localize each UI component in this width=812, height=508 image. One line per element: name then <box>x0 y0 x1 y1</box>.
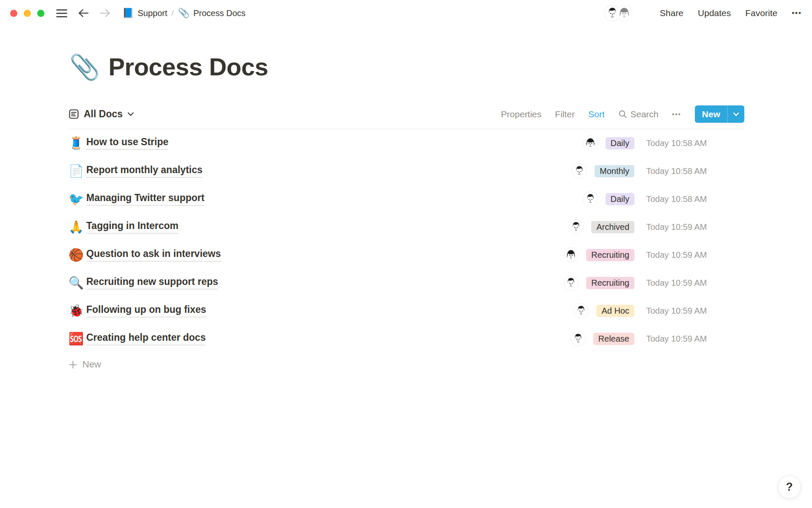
page-header: 📎 Process Docs <box>69 52 744 81</box>
doc-title[interactable]: Following up on bug fixes <box>86 304 206 318</box>
properties-button[interactable]: Properties <box>501 109 542 119</box>
edited-time: Today 10:59 AM <box>646 278 744 288</box>
edited-time: Today 10:58 AM <box>646 138 744 148</box>
avatar <box>573 303 589 318</box>
updates-button[interactable]: Updates <box>698 8 731 18</box>
row-meta: Daily Today 10:58 AM <box>583 135 744 151</box>
minimize-window-button[interactable] <box>24 10 31 17</box>
more-options-icon[interactable]: ••• <box>792 9 802 17</box>
table-row[interactable]: 🆘 Creating help center docs Release Toda… <box>69 325 744 353</box>
doc-emoji-icon: 🆘 <box>69 333 86 345</box>
table-row[interactable]: 📄 Report monthly analytics Monthly Today… <box>69 157 744 185</box>
breadcrumb-label: Support <box>137 8 167 18</box>
table-row[interactable]: 🧵 How to use Stripe Daily Today 10:58 AM <box>69 129 744 157</box>
doc-emoji-icon: 🔍 <box>69 277 86 289</box>
view-switcher[interactable]: All Docs <box>69 108 134 120</box>
tag-badge: Recruiting <box>586 277 634 289</box>
add-new-row-label: New <box>82 359 101 370</box>
collaborator-avatars[interactable] <box>604 5 633 22</box>
search-label: Search <box>631 109 659 119</box>
view-more-options-icon[interactable]: ••• <box>672 110 681 118</box>
edited-time: Today 10:59 AM <box>646 306 744 316</box>
book-icon: 📘 <box>122 8 134 18</box>
avatar <box>571 331 586 346</box>
tag-badge: Release <box>593 333 634 345</box>
table-row[interactable]: 🙏 Tagging in Intercom Archived Today 10:… <box>69 213 744 241</box>
tag-badge: Daily <box>606 193 634 205</box>
avatar <box>563 275 579 290</box>
filter-button[interactable]: Filter <box>555 109 575 119</box>
table-view-icon <box>69 109 79 119</box>
new-doc-button[interactable]: New <box>695 105 744 123</box>
edited-time: Today 10:58 AM <box>646 194 744 204</box>
row-meta: Recruiting Today 10:59 AM <box>563 247 744 262</box>
breadcrumb-label: Process Docs <box>193 8 245 18</box>
close-window-button[interactable] <box>10 10 17 17</box>
new-doc-label[interactable]: New <box>695 105 727 123</box>
toolbar-actions: Properties Filter Sort Search ••• New <box>501 105 744 123</box>
doc-title[interactable]: Managing Twitter support <box>86 192 204 206</box>
tag-badge: Daily <box>606 137 634 149</box>
search-icon <box>618 110 627 119</box>
table-row[interactable]: 🏀 Question to ask in interviews Recruiti… <box>69 241 744 269</box>
docs-table: 🧵 How to use Stripe Daily Today 10:58 AM… <box>69 129 744 353</box>
tag-badge: Monthly <box>595 165 634 177</box>
doc-emoji-icon: 🧵 <box>69 137 86 149</box>
zoom-window-button[interactable] <box>37 10 44 17</box>
edited-time: Today 10:59 AM <box>646 222 744 232</box>
tag-badge: Ad Hoc <box>596 305 634 317</box>
avatar <box>583 135 598 151</box>
row-meta: Archived Today 10:59 AM <box>568 219 744 235</box>
sort-button[interactable]: Sort <box>588 109 605 119</box>
doc-emoji-icon: 📄 <box>69 165 86 177</box>
doc-title[interactable]: Question to ask in interviews <box>86 248 221 262</box>
help-button[interactable]: ? <box>778 475 801 499</box>
edited-time: Today 10:58 AM <box>646 166 744 176</box>
avatar <box>572 163 587 179</box>
page-title[interactable]: Process Docs <box>108 52 268 81</box>
row-meta: Daily Today 10:58 AM <box>583 191 744 207</box>
doc-emoji-icon: 🙏 <box>69 221 86 233</box>
table-row[interactable]: 🔍 Recruiting new support reps Recruiting… <box>69 269 744 297</box>
plus-icon <box>69 360 77 369</box>
edited-time: Today 10:59 AM <box>646 250 744 260</box>
forward-arrow-icon[interactable] <box>99 8 111 18</box>
database-toolbar: All Docs Properties Filter Sort Search •… <box>69 105 744 129</box>
doc-title[interactable]: Tagging in Intercom <box>86 220 178 234</box>
doc-title[interactable]: Creating help center docs <box>86 332 206 345</box>
chevron-down-icon <box>127 112 134 116</box>
page-paperclip-icon[interactable]: 📎 <box>69 55 100 79</box>
table-row[interactable]: 🐞 Following up on bug fixes Ad Hoc Today… <box>69 297 744 325</box>
titlebar: 📘 Support / 📎 Process Docs <box>0 0 812 26</box>
edited-time: Today 10:59 AM <box>646 334 744 344</box>
breadcrumb-separator: / <box>172 8 174 18</box>
doc-title[interactable]: How to use Stripe <box>86 136 168 150</box>
breadcrumb: 📘 Support / 📎 Process Docs <box>122 8 246 18</box>
avatar <box>583 191 598 207</box>
doc-title[interactable]: Report monthly analytics <box>86 164 203 178</box>
sidebar-toggle-menu-icon[interactable] <box>56 9 67 17</box>
window-controls <box>10 10 44 17</box>
doc-emoji-icon: 🏀 <box>69 249 86 261</box>
add-new-row-button[interactable]: New <box>69 353 744 375</box>
view-name: All Docs <box>84 108 123 120</box>
new-doc-dropdown-icon[interactable] <box>728 105 744 123</box>
row-meta: Ad Hoc Today 10:59 AM <box>573 303 744 318</box>
breadcrumb-item-process-docs[interactable]: 📎 Process Docs <box>178 8 246 18</box>
page-content: 📎 Process Docs All Docs Properties Filte… <box>68 52 744 375</box>
avatar <box>563 247 579 262</box>
paperclip-icon: 📎 <box>178 8 189 18</box>
tag-badge: Recruiting <box>586 249 634 261</box>
breadcrumb-item-support[interactable]: 📘 Support <box>122 8 167 18</box>
row-meta: Release Today 10:59 AM <box>571 331 744 346</box>
search-button[interactable]: Search <box>618 109 659 119</box>
favorite-button[interactable]: Favorite <box>745 8 777 18</box>
share-button[interactable]: Share <box>660 8 683 18</box>
table-row[interactable]: 🐦 Managing Twitter support Daily Today 1… <box>69 185 744 213</box>
back-arrow-icon[interactable] <box>77 8 89 18</box>
doc-title[interactable]: Recruiting new support reps <box>86 276 218 290</box>
avatar <box>616 5 633 22</box>
row-meta: Monthly Today 10:58 AM <box>572 163 744 179</box>
doc-emoji-icon: 🐞 <box>69 305 86 317</box>
doc-emoji-icon: 🐦 <box>69 193 86 205</box>
